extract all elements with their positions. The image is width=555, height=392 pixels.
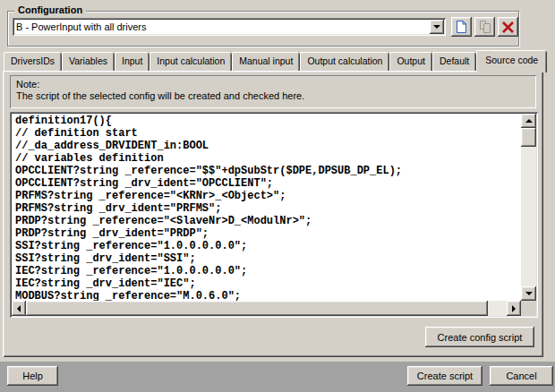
create-config-script-button[interactable]: Create config script (425, 327, 534, 347)
tab-output[interactable]: Output (389, 52, 432, 71)
arrow-right-icon (512, 305, 516, 312)
code-line: MODBUS?string _reference="M.0.6.0"; (15, 290, 521, 301)
config-dialog: Configuration B - PowerInput with all dr… (0, 0, 555, 392)
new-config-button[interactable] (451, 17, 472, 37)
tab-output-calculation[interactable]: Output calculation (300, 52, 389, 71)
arrow-down-icon (525, 292, 533, 295)
horizontal-scrollbar-thumb[interactable] (26, 301, 488, 316)
scroll-down-button[interactable] (521, 286, 536, 301)
create-script-button[interactable]: Create script (407, 366, 482, 386)
copy-config-button[interactable] (474, 17, 495, 37)
tab-driversids[interactable]: DriversIDs (4, 52, 62, 71)
code-line: // variables definition (15, 152, 521, 165)
arrow-up-icon (525, 119, 533, 123)
vertical-scrollbar[interactable] (521, 114, 536, 301)
note-text: The script of the selected config will b… (16, 90, 536, 102)
script-editor[interactable]: definition17(){ // definition start //_d… (10, 112, 538, 318)
config-select-value: B - PowerInput with all drivers (16, 18, 428, 36)
chevron-down-icon (433, 25, 440, 29)
scroll-up-button[interactable] (521, 114, 536, 128)
scroll-left-button[interactable] (12, 301, 26, 316)
tab-input-calculation[interactable]: Input calculation (149, 52, 232, 71)
arrow-left-icon (17, 305, 21, 312)
bottom-button-bar: Help Create script Cancel (0, 362, 555, 392)
script-text-area[interactable]: definition17(){ // definition start //_d… (12, 114, 521, 301)
tab-input[interactable]: Input (115, 52, 149, 71)
code-line: OPCCLIENT?string _reference="$$"+dpSubSt… (15, 165, 521, 177)
note-box: Note: The script of the selected config … (10, 75, 536, 108)
new-document-icon (456, 20, 467, 34)
code-line: definition17(){ (15, 115, 521, 127)
code-line: SSI?string _reference="1.0.0.0.0.0"; (15, 240, 521, 252)
code-line: PRDP?string _reference="<SlaveNr>D_<Modu… (15, 215, 521, 227)
vertical-scrollbar-thumb[interactable] (521, 128, 536, 147)
code-line: //_da_address_DRVIDENT_in:BOOL (15, 140, 521, 152)
delete-icon (501, 21, 515, 34)
scroll-right-button[interactable] (507, 301, 521, 316)
copy-document-icon (479, 20, 491, 34)
code-line: // definition start (15, 127, 521, 140)
tab-source-code[interactable]: Source code (476, 50, 547, 72)
config-select-dropdown-button[interactable] (430, 20, 444, 34)
code-line: PRDP?string _drv_ident="PRDP"; (15, 227, 521, 240)
scrollbar-corner (521, 301, 536, 316)
note-title: Note: (16, 79, 536, 90)
config-select[interactable]: B - PowerInput with all drivers (13, 18, 446, 36)
code-line: PRFMS?string _drv_ident="PRFMS"; (15, 202, 521, 215)
help-button[interactable]: Help (7, 366, 58, 386)
tab-bar: DriversIDs Variables Input Input calcula… (4, 50, 550, 72)
tab-manual-input[interactable]: Manual input (232, 52, 300, 71)
code-line: OPCCLIENT?string _drv_ident="OPCCLIENT"; (15, 177, 521, 190)
configuration-group-label: Configuration (14, 4, 86, 15)
horizontal-scrollbar[interactable] (12, 301, 521, 316)
code-line: IEC?string _reference="1.0.0.0.0.0"; (15, 265, 521, 277)
tab-default[interactable]: Default (432, 52, 476, 71)
tab-variables[interactable]: Variables (62, 52, 115, 71)
delete-config-button[interactable] (498, 17, 518, 37)
code-line: PRFMS?string _reference="<KRNr>_<Object>… (15, 190, 521, 202)
cancel-button[interactable]: Cancel (490, 366, 553, 386)
code-line: SSI?string _drv_ident="SSI"; (15, 252, 521, 265)
code-line: IEC?string _drv_ident="IEC"; (15, 277, 521, 290)
